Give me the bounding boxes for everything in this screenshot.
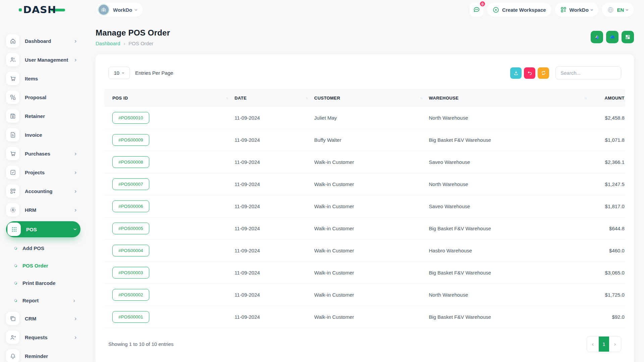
chevron-right-icon: › xyxy=(74,38,76,44)
chevron-right-icon: › xyxy=(74,188,76,194)
warehouse-cell: North Warehouse xyxy=(429,115,593,121)
column-header-customer[interactable]: CUSTOMER ↑↓ xyxy=(314,96,429,101)
sidebar-item-purchases[interactable]: Purchases › xyxy=(6,146,80,161)
create-workspace-label: Create Workspace xyxy=(502,7,546,13)
amount-cell: $2,366.1 xyxy=(593,159,625,165)
table-row: #POS00001 11-09-2024 Walk-in Customer Bi… xyxy=(104,306,625,328)
column-header-amount[interactable]: AMOUNT xyxy=(593,96,625,101)
export-button[interactable] xyxy=(510,67,522,79)
browser-icon xyxy=(10,315,16,322)
pos-id-link[interactable]: #POS00003 xyxy=(112,267,149,279)
refresh-button[interactable] xyxy=(538,67,549,79)
search-input[interactable] xyxy=(555,66,621,79)
column-header-date[interactable]: DATE ↑↓ xyxy=(234,96,314,101)
pos-id-link[interactable]: #POS00002 xyxy=(112,289,149,301)
pos-id-link[interactable]: #POS00004 xyxy=(112,245,149,256)
pos-order-card: 10 › Entries Per Page xyxy=(96,54,634,362)
logo-dot xyxy=(19,8,22,11)
entries-per-page-select[interactable]: 10 › xyxy=(108,67,130,79)
sidebar-item-retainer[interactable]: Retainer xyxy=(6,109,80,123)
table-row: #POS00009 11-09-2024 Buffy Walter Big Ba… xyxy=(104,129,625,151)
sidebar-subitem-add-pos[interactable]: Add POS xyxy=(6,241,80,255)
pos-id-link[interactable]: #POS00010 xyxy=(112,112,149,124)
date-cell: 11-09-2024 xyxy=(234,292,314,298)
column-header-warehouse[interactable]: WAREHOUSE ↑↓ xyxy=(429,96,593,101)
pagination-page-1[interactable]: 1 xyxy=(599,337,609,352)
breadcrumb-dashboard-link[interactable]: Dashboard xyxy=(96,41,120,46)
sidebar-item-accounting[interactable]: Accounting › xyxy=(6,184,80,198)
sidebar-subitem-report[interactable]: Report › xyxy=(6,294,80,307)
reset-button[interactable] xyxy=(524,67,535,79)
sort-icon: ↑↓ xyxy=(420,96,422,100)
pagination-prev-button[interactable]: ‹ xyxy=(587,337,599,352)
globe-icon xyxy=(607,6,614,13)
sidebar-item-pos[interactable]: POS › xyxy=(6,221,80,237)
pagination: ‹ 1 › xyxy=(587,336,621,352)
amount-cell: $1,817.0 xyxy=(593,203,625,209)
pos-id-link[interactable]: #POS00009 xyxy=(112,134,149,146)
building-icon xyxy=(101,7,107,13)
date-cell: 11-09-2024 xyxy=(234,181,314,187)
chat-icon xyxy=(473,6,480,13)
date-cell: 11-09-2024 xyxy=(234,137,314,143)
pos-id-link[interactable]: #POS00006 xyxy=(112,200,149,212)
customer-cell: Juliet May xyxy=(314,115,429,121)
amount-cell: $1,247.5 xyxy=(593,181,625,187)
pos-id-link[interactable]: #POS00008 xyxy=(112,156,149,168)
sidebar-item-reminder[interactable]: Reminder xyxy=(6,349,80,362)
topbar: DASH WorkDo › 0 Create Workspace xyxy=(0,0,644,19)
sidebar-item-invoice[interactable]: Invoice xyxy=(6,127,80,142)
onedrive-button[interactable] xyxy=(606,31,619,43)
sidebar-item-requests[interactable]: Requests › xyxy=(6,330,80,345)
date-cell: 11-09-2024 xyxy=(234,115,314,121)
table-row: #POS00006 11-09-2024 Walk-in Customer Sa… xyxy=(104,195,625,218)
chevron-right-icon: › xyxy=(74,150,76,157)
pos-order-table: POS ID ↑↓ DATE ↑↓ CUSTOMER ↑↓ WAREHOUSE … xyxy=(104,89,625,328)
language-code: EN xyxy=(617,7,624,13)
company-menu-button[interactable]: WorkDo › xyxy=(555,3,599,17)
chevron-right-icon: › xyxy=(123,41,125,46)
customer-cell: Walk-in Customer xyxy=(314,159,429,165)
warehouse-cell: Saveo Warehouse xyxy=(429,203,593,209)
workspace-selector[interactable]: WorkDo › xyxy=(96,3,143,17)
google-drive-button[interactable] xyxy=(591,31,603,43)
sidebar-item-hrm[interactable]: HRM › xyxy=(6,202,80,217)
warehouse-cell: Saveo Warehouse xyxy=(429,159,593,165)
pos-id-link[interactable]: #POS00001 xyxy=(112,311,149,323)
warehouse-cell: Big Basket F&V Warehouse xyxy=(429,137,593,143)
users-icon xyxy=(10,57,16,63)
sidebar-item-user-management[interactable]: User Management › xyxy=(6,52,80,67)
pagination-next-button[interactable]: › xyxy=(609,337,621,352)
sidebar-item-dashboard[interactable]: Dashboard › xyxy=(6,34,80,48)
page-title: Manage POS Order xyxy=(96,28,170,38)
pos-id-link[interactable]: #POS00005 xyxy=(112,223,149,234)
showing-entries-text: Showing 1 to 10 of 10 entries xyxy=(108,341,173,347)
chevron-right-icon: › xyxy=(74,57,76,63)
sidebar-item-projects[interactable]: Projects › xyxy=(6,165,80,180)
pos-id-link[interactable]: #POS00007 xyxy=(112,178,149,190)
sort-icon: ↑↓ xyxy=(306,96,308,100)
messages-button[interactable]: 0 xyxy=(470,3,484,17)
create-workspace-button[interactable]: Create Workspace xyxy=(487,3,551,17)
amount-cell: $1,071.8 xyxy=(593,137,625,143)
grid-plus-icon xyxy=(560,6,567,13)
grid-view-button[interactable] xyxy=(622,31,634,43)
warehouse-cell: Big Basket F&V Warehouse xyxy=(429,314,593,320)
customer-cell: Walk-in Customer xyxy=(314,270,429,276)
amount-cell: $1,725.0 xyxy=(593,292,625,298)
app-logo: DASH xyxy=(19,4,96,16)
sidebar-item-crm[interactable]: CRM › xyxy=(6,311,80,326)
sidebar-subitem-pos-order[interactable]: POS Order xyxy=(6,259,80,272)
sidebar-item-proposal[interactable]: Proposal xyxy=(6,90,80,105)
chevron-down-icon: › xyxy=(591,7,593,13)
column-header-pos-id[interactable]: POS ID ↑↓ xyxy=(104,96,234,101)
date-cell: 11-09-2024 xyxy=(234,226,314,231)
customer-cell: Walk-in Customer xyxy=(314,226,429,231)
sidebar-subitem-print-barcode[interactable]: Print Barcode xyxy=(6,276,80,290)
sidebar-item-items[interactable]: Items xyxy=(6,71,80,86)
chevron-right-icon: › xyxy=(73,298,75,303)
language-selector[interactable]: EN › xyxy=(602,3,634,17)
chevron-down-icon: › xyxy=(123,70,124,75)
table-row: #POS00010 11-09-2024 Juliet May North Wa… xyxy=(104,107,625,129)
plus-circle-icon xyxy=(492,6,499,13)
